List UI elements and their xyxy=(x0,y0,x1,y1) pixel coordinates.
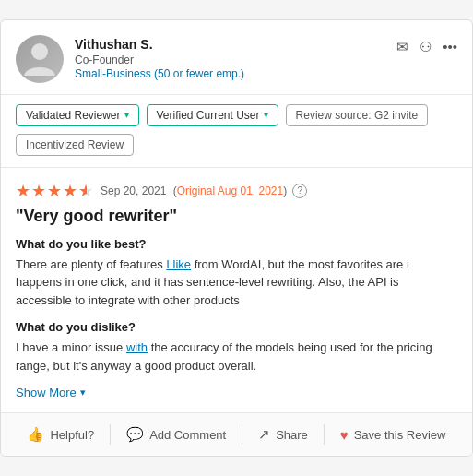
show-more-label: Show More xyxy=(16,386,77,399)
review-card: Vithushan S. Co-Founder Small-Business (… xyxy=(0,19,473,458)
badges-row: Validated Reviewer ▾ Verified Current Us… xyxy=(1,95,472,168)
avatar xyxy=(16,35,64,83)
user-info-section: Vithushan S. Co-Founder Small-Business (… xyxy=(16,35,244,83)
save-review-button[interactable]: ♥ Save this Review xyxy=(333,423,454,446)
highlight-like[interactable]: I like xyxy=(166,257,191,271)
add-comment-button[interactable]: 💬 Add Comment xyxy=(119,422,233,446)
share-label: Share xyxy=(276,428,308,442)
save-label: Save this Review xyxy=(354,428,446,442)
thumbs-up-icon: 👍 xyxy=(27,426,44,443)
share-icon: ↗ xyxy=(258,426,270,443)
section-text-1: There are plenty of features I like from… xyxy=(16,256,457,310)
email-icon[interactable]: ✉ xyxy=(396,39,408,55)
highlight-dislike[interactable]: with xyxy=(126,340,148,354)
validated-reviewer-badge[interactable]: Validated Reviewer ▾ xyxy=(16,104,139,126)
review-title: "Very good rewriter" xyxy=(16,207,457,226)
stars-row: ★ ★ ★ ★ ★ ★ Sep 20, 2021 (Original Aug 0… xyxy=(16,181,457,201)
star-4: ★ xyxy=(63,181,77,201)
star-rating: ★ ★ ★ ★ ★ ★ xyxy=(16,181,95,201)
footer-divider-1 xyxy=(110,424,111,445)
show-more-arrow: ▾ xyxy=(80,387,86,399)
user-company: Small-Business (50 or fewer emp.) xyxy=(75,67,244,80)
section-heading-2: What do you dislike? xyxy=(16,320,457,334)
verified-user-badge[interactable]: Verified Current User ▾ xyxy=(147,104,278,126)
verified-user-label: Verified Current User xyxy=(157,109,260,122)
review-footer: 👍 Helpful? 💬 Add Comment ↗ Share ♥ Save … xyxy=(1,412,472,456)
review-source-badge: Review source: G2 invite xyxy=(286,104,429,126)
incentivized-badge: Incentivized Review xyxy=(16,134,134,156)
section-text-2: I have a minor issue with the accuracy o… xyxy=(16,339,457,375)
add-comment-label: Add Comment xyxy=(149,428,226,442)
user-role: Co-Founder xyxy=(75,54,244,66)
review-source-label: Review source: G2 invite xyxy=(296,109,419,122)
helpful-button[interactable]: 👍 Helpful? xyxy=(19,422,101,446)
incentivized-label: Incentivized Review xyxy=(26,138,124,151)
link-icon[interactable]: ⚇ xyxy=(420,39,432,55)
section-heading-1: What do you like best? xyxy=(16,237,457,251)
comment-icon: 💬 xyxy=(126,426,144,443)
user-details: Vithushan S. Co-Founder Small-Business (… xyxy=(75,37,244,80)
user-name: Vithushan S. xyxy=(75,37,244,52)
share-button[interactable]: ↗ Share xyxy=(251,422,315,446)
review-body: ★ ★ ★ ★ ★ ★ Sep 20, 2021 (Original Aug 0… xyxy=(1,168,472,413)
star-1: ★ xyxy=(16,181,30,201)
footer-divider-2 xyxy=(242,424,242,445)
svg-point-0 xyxy=(31,43,48,60)
review-header: Vithushan S. Co-Founder Small-Business (… xyxy=(1,20,472,95)
heart-icon: ♥ xyxy=(340,427,349,443)
help-icon[interactable]: ? xyxy=(292,184,307,198)
star-5: ★ ★ xyxy=(78,181,95,201)
star-2: ★ xyxy=(31,181,46,201)
helpful-label: Helpful? xyxy=(50,428,94,442)
header-actions: ✉ ⚇ ••• xyxy=(396,39,457,55)
review-date: Sep 20, 2021 (Original Aug 01, 2021) xyxy=(101,184,287,197)
footer-divider-3 xyxy=(324,424,325,445)
show-more-button[interactable]: Show More ▾ xyxy=(16,386,457,399)
validated-reviewer-chevron: ▾ xyxy=(124,110,129,120)
verified-user-chevron: ▾ xyxy=(264,110,268,120)
validated-reviewer-label: Validated Reviewer xyxy=(26,109,121,122)
more-icon[interactable]: ••• xyxy=(443,39,457,54)
star-3: ★ xyxy=(47,181,62,201)
